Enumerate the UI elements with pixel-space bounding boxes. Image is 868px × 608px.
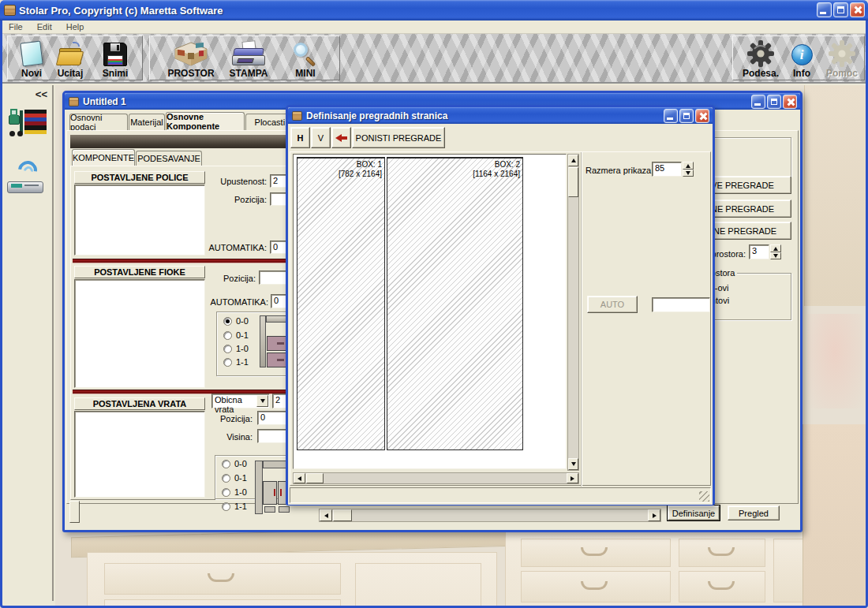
fioke-listbox[interactable]	[74, 279, 205, 388]
doc-icon	[69, 97, 79, 106]
vrata-header: POSTAVLJENA VRATA	[74, 397, 205, 410]
stampa-button[interactable]: STAMPA	[223, 38, 275, 79]
fioke-radio-0-1[interactable]: 0-1	[223, 330, 249, 340]
canvas-v-thumb[interactable]	[568, 167, 578, 197]
vrata-radio-1-0[interactable]: 1-0	[222, 487, 247, 497]
vrata-radio-1-1[interactable]: 1-1	[222, 502, 247, 511]
prostor-button[interactable]: PROSTOR	[161, 38, 221, 79]
vrata-type-dropdown[interactable]: Obicna vrata	[211, 394, 270, 408]
tab-materijal[interactable]: Materijal	[129, 114, 165, 130]
dropdown-arrow-icon[interactable]	[256, 395, 268, 407]
maximize-icon[interactable]	[833, 2, 848, 17]
vrata-radio-0-1[interactable]: 0-1	[222, 473, 247, 483]
doc-h-scrollbar[interactable]	[319, 509, 661, 522]
undo-arrow-button[interactable]	[331, 127, 351, 148]
h-button[interactable]: H	[290, 127, 310, 148]
v-button[interactable]: V	[311, 127, 331, 148]
dialog-maximize-icon[interactable]	[679, 109, 694, 123]
canvas-scroll-down-icon[interactable]	[568, 458, 578, 470]
box-1-label: BOX: 1	[339, 160, 382, 170]
sidebar-collapse-button[interactable]: <<	[36, 88, 47, 100]
tab-osnovne-komponente[interactable]: Osnovne Komponente	[166, 112, 245, 130]
doc-scroll-left-icon[interactable]	[320, 509, 332, 521]
resize-grip-icon[interactable]	[699, 491, 709, 502]
canvas-scroll-up-icon[interactable]	[568, 155, 578, 166]
pregrade-dialog: Definisanje pregradnih stranica H V	[286, 105, 715, 505]
fioke-radio-1-0[interactable]: 1-0	[223, 344, 249, 353]
canvas-h-thumb[interactable]	[306, 473, 324, 483]
separator-red-1	[73, 259, 290, 263]
red-left-arrow-icon	[335, 134, 347, 142]
box-1-dims: [782 x 2164]	[339, 170, 382, 179]
pregled-button[interactable]: Pregled	[728, 505, 780, 520]
doc-close-icon[interactable]	[783, 95, 797, 109]
snimi-button[interactable]: Snimi	[93, 38, 137, 79]
pregrade-canvas[interactable]: BOX: 1 [782 x 2164] BOX: 2 [1164 x 2164]	[293, 154, 567, 469]
toolbar-group-view: PROSTOR STAMPA MINI	[149, 35, 340, 80]
prostora-field[interactable]: 3	[749, 244, 769, 259]
definisanje-button[interactable]: Definisanje	[668, 505, 720, 520]
close-icon[interactable]	[850, 2, 865, 17]
canvas-scroll-right-icon[interactable]	[567, 473, 578, 483]
menu-help[interactable]: Help	[66, 22, 84, 32]
podesa-button[interactable]: Podesa.	[738, 38, 784, 79]
box-2[interactable]: BOX: 2 [1164 x 2164]	[387, 157, 523, 450]
info-icon: i	[791, 44, 813, 65]
razmera-spinner[interactable]	[683, 162, 694, 177]
section-dark-bar	[70, 135, 290, 148]
forklift-icon[interactable]	[9, 106, 47, 140]
dialog-body: H V PONISTI PREGRADE	[288, 124, 713, 505]
open-folder-icon	[57, 41, 84, 68]
menu-edit[interactable]: Edit	[37, 22, 52, 32]
prostora-spinner[interactable]	[770, 244, 781, 259]
doc-scroll-thumb[interactable]	[333, 509, 352, 521]
vrata-pozicija-field[interactable]: 0	[257, 411, 289, 425]
fioke-pozicija-label: Pozicija:	[210, 274, 256, 283]
left-scroll-remnant[interactable]	[69, 501, 80, 523]
ucitaj-button[interactable]: Ucitaj	[51, 38, 90, 79]
police-header: POSTAVLJENE POLICE	[74, 171, 205, 184]
visina-label: Visina:	[211, 432, 253, 442]
info-button[interactable]: i Info	[785, 38, 818, 79]
vrata-radio-0-0[interactable]: 0-0	[222, 459, 247, 468]
police-listbox[interactable]	[74, 185, 205, 256]
doc-scroll-right-icon[interactable]	[648, 509, 660, 521]
fioke-pozicija-field[interactable]	[259, 270, 287, 285]
scanner-icon[interactable]	[7, 161, 48, 196]
auto-button[interactable]: AUTO	[587, 296, 638, 313]
tab-osnovni-podaci[interactable]: Osnovni podaci	[69, 114, 128, 130]
box-2-label: BOX: 2	[473, 160, 520, 170]
mini-button[interactable]: MINI	[282, 38, 328, 79]
canvas-h-scrollbar[interactable]	[293, 472, 579, 484]
fioke-radio-0-0[interactable]: 0-0	[223, 316, 249, 326]
vrata-pozicija-label: Pozicija:	[207, 414, 253, 423]
fioke-radio-1-1[interactable]: 1-1	[223, 357, 249, 367]
vrata-listbox[interactable]	[74, 411, 205, 498]
canvas-scroll-left-icon[interactable]	[294, 473, 305, 483]
novi-button[interactable]: Novi	[13, 38, 51, 79]
tab-komponente[interactable]: KOMPONENTE	[72, 149, 135, 166]
auto-value-field[interactable]	[652, 297, 710, 312]
doc-maximize-icon[interactable]	[767, 95, 781, 109]
ponisti-pregrade-button[interactable]: PONISTI PREGRADE	[352, 127, 445, 148]
dialog-close-icon[interactable]	[695, 109, 709, 123]
menu-file[interactable]: File	[9, 22, 23, 32]
canvas-v-scrollbar[interactable]	[567, 154, 579, 471]
main-area: <<	[2, 85, 866, 606]
gear-icon	[746, 39, 775, 68]
fioke-radio-group: 0-0 0-1 1-0 1-1	[216, 311, 290, 376]
room-icon	[173, 41, 209, 68]
doc-minimize-icon[interactable]	[751, 95, 765, 109]
screen: Stolar Pro, Copyright (c) Maretta Softwa…	[0, 0, 868, 608]
police-pozicija-label: Pozicija:	[207, 195, 267, 204]
pomoc-button[interactable]: Pomoc	[821, 38, 862, 79]
tab-podesavanje[interactable]: PODESAVANJE	[136, 151, 202, 166]
razmera-label: Razmera prikaza:	[586, 166, 653, 175]
minimize-icon[interactable]	[817, 2, 832, 17]
box-1[interactable]: BOX: 1 [782 x 2164]	[297, 157, 385, 450]
printer-icon	[231, 41, 266, 68]
dialog-minimize-icon[interactable]	[664, 109, 678, 123]
app-titlebar: Stolar Pro, Copyright (c) Maretta Softwa…	[0, 0, 868, 21]
app-icon	[4, 5, 16, 16]
razmera-field[interactable]: 85	[652, 162, 682, 177]
